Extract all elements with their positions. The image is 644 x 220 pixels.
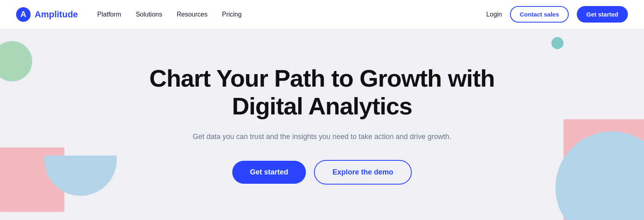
amplitude-logo-icon: A — [16, 7, 31, 22]
nav-item-pricing[interactable]: Pricing — [222, 11, 242, 18]
nav-right: Login Contact sales Get started — [486, 6, 628, 23]
nav-item-platform[interactable]: Platform — [97, 11, 122, 18]
hero-buttons: Get started Explore the demo — [149, 160, 495, 185]
svg-text:A: A — [21, 10, 26, 19]
decorative-shape-green — [0, 41, 32, 81]
hero-content: Chart Your Path to Growth with Digital A… — [149, 64, 495, 185]
nav-item-resources[interactable]: Resources — [177, 11, 207, 18]
hero-subtitle: Get data you can trust and the insights … — [149, 131, 495, 142]
navigation: A Amplitude Platform Solutions Resources… — [0, 0, 644, 29]
contact-sales-button[interactable]: Contact sales — [510, 6, 569, 23]
nav-item-solutions[interactable]: Solutions — [136, 11, 162, 18]
nav-links: Platform Solutions Resources Pricing — [97, 11, 487, 18]
hero-title-line1: Chart Your Path to Growth with — [149, 65, 495, 92]
hero-section: Chart Your Path to Growth with Digital A… — [0, 29, 644, 220]
hero-get-started-button[interactable]: Get started — [232, 161, 306, 184]
hero-title: Chart Your Path to Growth with Digital A… — [149, 64, 495, 120]
get-started-nav-button[interactable]: Get started — [577, 6, 628, 23]
decorative-shape-teal — [551, 37, 564, 49]
login-button[interactable]: Login — [486, 11, 502, 18]
hero-explore-demo-button[interactable]: Explore the demo — [314, 160, 412, 185]
logo-area[interactable]: A Amplitude — [16, 7, 78, 22]
logo-text: Amplitude — [35, 9, 78, 20]
hero-title-line2: Digital Analytics — [232, 93, 412, 120]
